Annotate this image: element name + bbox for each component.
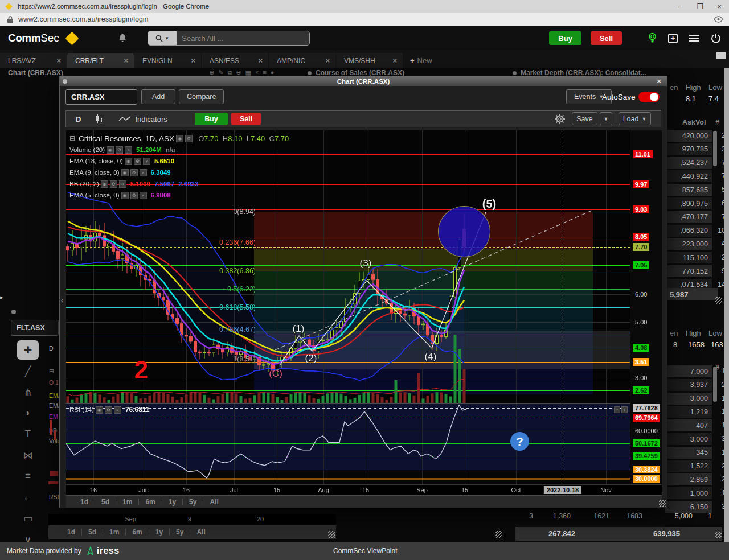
gear-icon[interactable]: ⚙ [134,158,141,165]
add-panel-icon[interactable]: + [668,34,678,43]
depth-row[interactable]: 857,685 [665,184,712,196]
depth-scrollbar[interactable] [713,131,717,166]
chart-panel-header[interactable]: Chart (CRR.ASX) [8,69,63,77]
time-axis[interactable]: 16Jun16Jul15Aug15Sep15Oct2022-10-18Nov [66,484,662,495]
close-icon[interactable]: × [125,146,132,154]
indicators-button[interactable]: Indicators [135,115,167,123]
maximize-button[interactable]: ❐ [690,0,710,13]
selected-date-label[interactable]: 2022-10-18 [544,486,581,494]
resize-handle[interactable] [328,531,335,538]
power-icon[interactable] [711,33,721,43]
range-1m[interactable]: 1m [116,499,139,505]
range-5y[interactable]: 5y [170,529,190,536]
depth-row[interactable]: 420,000 [665,130,712,142]
range-1y[interactable]: 1y [149,529,170,536]
depth-row[interactable]: ,066,320 [665,225,712,237]
search-input[interactable]: Search All ... [177,31,309,45]
range-1d[interactable]: 1d [74,499,95,505]
indicators-icon[interactable] [118,116,131,122]
minimize-button[interactable]: – [671,0,690,13]
close-icon[interactable]: × [140,192,147,199]
interval-button[interactable]: D [76,115,81,123]
chart-sell-button[interactable]: Sell [231,113,261,125]
symbol-input[interactable]: CRR.ASX [65,89,137,105]
search-box[interactable]: ▼ Search All ... [148,31,310,46]
close-icon[interactable]: × [119,180,126,188]
rsi-pane-buttons[interactable]: ↑↓ [614,406,628,413]
depth-row[interactable]: ,524,237 [665,157,712,169]
range-5d[interactable]: 5d [95,499,116,505]
dialog-resize-handle[interactable] [659,500,666,507]
ideas-bulb-icon[interactable] [648,32,657,44]
tab-close-icon[interactable]: × [191,56,195,65]
tab-close-icon[interactable]: × [325,56,330,65]
resize-handle[interactable] [495,531,502,538]
compare-button[interactable]: Compare [179,89,224,104]
visibility-icon[interactable]: ◉ [176,135,183,142]
autosave-toggle[interactable] [638,92,660,102]
tab-vms-shh[interactable]: VMS/SHH× [336,53,403,68]
resize-handle[interactable] [715,297,722,304]
menu-icon[interactable] [689,35,699,42]
depth-row[interactable]: 3,937 [665,379,712,391]
gear-icon[interactable]: ⚙ [130,169,138,176]
gear-icon[interactable]: ⚙ [116,146,123,154]
close-icon[interactable]: × [114,406,121,414]
depth-row[interactable]: 770,152 [665,265,712,277]
range-1d[interactable]: 1d [61,529,82,536]
save-button[interactable]: Save [572,112,597,125]
depth-row[interactable]: ,470,177 [665,211,712,223]
depth-row[interactable]: 1,522 [665,460,712,472]
resize-handle[interactable] [715,532,722,538]
gann-tool-tool-icon[interactable]: ≡ [17,467,39,486]
dialog-close-icon[interactable]: × [654,77,664,85]
collapse-legend-icon[interactable]: ⊟ [69,134,75,142]
tab-close-icon[interactable]: × [56,56,61,65]
depth-row[interactable]: 6,150 [665,501,712,513]
settings-gear-icon[interactable] [554,113,566,125]
trend-line-tool-icon[interactable]: ╱ [17,361,39,381]
xabcd-pattern-tool-icon[interactable]: ⋈ [17,446,39,465]
depth-row[interactable]: 7,000 [665,365,712,377]
notifications-bell-icon[interactable] [118,32,127,44]
range-1m[interactable]: 1m [103,529,126,536]
tab-asn-ess[interactable]: ASN/ESS× [202,53,268,68]
eye-icon[interactable] [714,16,723,23]
range-5d[interactable]: 5d [82,529,103,536]
arrow-left-tool-icon[interactable]: ← [17,488,39,507]
gear-icon[interactable]: ⚙ [185,135,193,142]
search-scope-dropdown[interactable]: ▼ [148,31,177,45]
load-dropdown[interactable]: Load▼ [619,112,651,125]
range-5y[interactable]: 5y [183,499,203,505]
depth-row[interactable]: 3,000 [665,393,712,405]
chart-buy-button[interactable]: Buy [195,113,228,125]
depth-row[interactable]: 1,000 [665,487,712,499]
close-icon[interactable]: × [143,158,150,165]
add-button[interactable]: Add [141,89,175,104]
range-all[interactable]: All [203,499,224,505]
text-tool-tool-icon[interactable]: T [17,425,39,444]
nav-buy-button[interactable]: Buy [549,31,581,45]
url-bar[interactable]: www2.commsec.com.au/iressplugin/login [0,13,729,26]
visibility-icon[interactable]: ◉ [96,406,103,414]
gear-icon[interactable]: ⚙ [105,406,112,414]
depth-row[interactable]: 115,100 [665,252,712,263]
depth-row[interactable]: 345 [665,447,712,459]
new-tab-button[interactable]: +New [403,53,439,68]
tab-close-icon[interactable]: × [392,56,397,65]
visibility-icon[interactable]: ◉ [121,169,129,176]
tabs-overflow-indicator[interactable] [716,52,726,59]
right-scroll-gutter[interactable] [724,68,729,542]
visibility-icon[interactable]: ◉ [101,180,108,188]
range-all[interactable]: All [190,529,211,536]
gear-icon[interactable]: ⚙ [110,180,117,188]
crosshair-tool-icon[interactable]: ✚ [17,340,39,360]
visibility-icon[interactable]: ◉ [107,146,114,154]
ruler-tool-icon[interactable]: ▭ [17,509,39,528]
depth-row[interactable]: 1,219 [665,406,712,418]
price-axis[interactable]: 11.019.979.038.057.707.056.005.004.083.5… [630,130,662,484]
tab-close-icon[interactable]: × [258,56,263,65]
depth-row[interactable]: 2,859 [665,473,712,485]
range-6m[interactable]: 6m [139,499,162,505]
flt-symbol-input[interactable]: FLT.ASX [11,320,59,336]
